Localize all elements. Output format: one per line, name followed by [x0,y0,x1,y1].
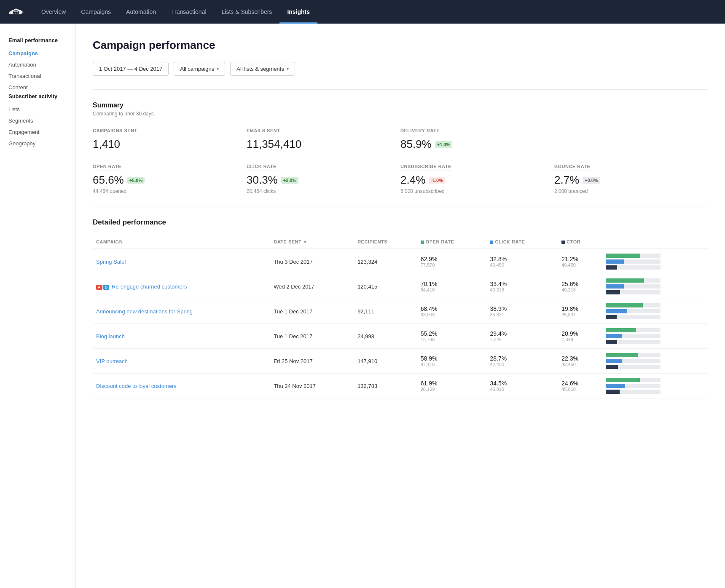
campaign-link[interactable]: Spring Sale! [96,259,126,265]
click-rate-bar [606,259,661,264]
click-rate-sub: 7,349 [490,337,555,342]
campaign-link[interactable]: Announcing new destinations for Spring [96,308,193,315]
campaign-link[interactable]: Re-engage churned customers [112,283,187,290]
nav-menu: Overview Campaigns Automation Transactio… [34,0,317,24]
sidebar-item-transactional[interactable]: Transactional [8,70,67,82]
open-rate-bar-fill [606,254,640,258]
date-sent-cell: Tue 1 Dec 2017 [270,299,354,324]
nav-item-campaigns[interactable]: Campaigns [73,0,118,24]
open-rate-cell: 62.9%77,570 [417,249,487,274]
sidebar-section-title-email: Email performance [8,37,67,43]
open-rate-main: 70.1% [421,281,483,287]
click-rate-bar-fill [606,284,624,289]
click-rate-bar [606,284,661,289]
recipients-cell: 147,910 [354,349,417,374]
open-rate-dot [421,241,424,244]
stat-emails-sent: EMAILS SENT 11,354,410 [247,127,400,151]
click-rate-bar-fill [606,384,625,388]
ctor-sub: 40,450 [561,262,599,267]
bar-chart-cell [606,378,705,394]
bars-cell [602,274,708,299]
stat-value-delivery-rate: 85.9% +1.0% [400,138,554,151]
open-rate-bar-fill [606,303,643,307]
list-segment-filter[interactable]: All lists & segments ▾ [230,62,295,76]
ctor-sub: 45,810 [561,387,599,392]
open-rate-main: 55.2% [421,330,483,337]
bars-cell [602,349,708,374]
date-range-filter[interactable]: 1 Oct 2017 — 4 Dec 2017 [93,62,169,76]
ab-badge: AB [96,285,109,290]
sidebar: Email performance Campaigns Automation T… [0,24,76,588]
sidebar-section-title-subscriber: Subscriber activity [8,93,67,99]
stats-row-1: CAMPAIGNS SENT 1,410 EMAILS SENT 11,354,… [93,127,708,151]
col-header-bars [602,235,708,249]
sidebar-section-email-performance: Email performance Campaigns Automation T… [8,37,67,93]
ctor-sub: 42,450 [561,362,599,367]
open-rate-sub: 13,798 [421,337,483,342]
nav-item-transactional[interactable]: Transactional [164,0,214,24]
stat-label-campaigns-sent: CAMPAIGNS SENT [93,128,137,135]
sidebar-item-campaigns[interactable]: Campaigns [8,48,67,59]
stat-value-open-rate: 65.6% +5.0% [93,174,247,187]
open-rate-bar [606,378,661,382]
stat-label-open-rate: OPEN RATE [93,164,121,171]
campaign-link[interactable]: VIP outreach [96,358,128,364]
nav-item-lists-subscribers[interactable]: Lists & Subscribers [214,0,280,24]
sidebar-item-segments[interactable]: Segments [8,115,67,126]
ctor-sub: 35,831 [561,312,599,317]
open-rate-cell: 55.2%13,798 [417,324,487,349]
nav-item-insights[interactable]: Insights [279,0,317,24]
ctor-bar-fill [606,265,617,270]
campaign-link[interactable]: Blog launch [96,333,125,339]
open-rate-cell: 58.9%87,118 [417,349,487,374]
campaign-type-filter[interactable]: All campaigns ▾ [174,62,225,76]
open-rate-cell: 70.1%84,410 [417,274,487,299]
stat-label-unsubscribe-rate: UNSUBSCRIBE RATE [400,164,451,171]
stat-sub-unsubscribe-rate: 5,000 unsubscribed [400,188,554,194]
click-rate-sub: 40,450 [490,262,555,267]
table-header-row: CAMPAIGN DATE SENT ▾ RECIPIENTS OPEN RAT… [93,235,708,249]
status-badge-unsubscribe-rate: -1.0% [429,177,445,184]
sidebar-item-automation[interactable]: Automation [8,59,67,70]
stat-sub-open-rate: 44,464 opened [93,188,247,194]
ab-b-badge: B [103,285,110,290]
nav-item-overview[interactable]: Overview [34,0,73,24]
campaign-link[interactable]: Discount code to loyal customers [96,383,177,389]
open-rate-sub: 90,159 [421,387,483,392]
click-rate-main: 34.5% [490,380,555,387]
sidebar-item-engagement[interactable]: Engagement [8,126,67,138]
stat-sub-bounce-rate: 2,000 bounced [554,188,708,194]
table-row: Spring Sale!Thu 3 Dec 2017123,32462.9%77… [93,249,708,274]
date-sent-cell: Thu 24 Nov 2017 [270,374,354,398]
nav-item-automation[interactable]: Automation [118,0,164,24]
ctor-sub: 40,218 [561,287,599,292]
page-layout: Email performance Campaigns Automation T… [0,24,725,588]
click-rate-dot [490,241,493,244]
ctor-bar [606,365,661,369]
col-header-open-rate: OPEN RATE [417,235,487,249]
ab-a-badge: A [96,285,102,290]
ctor-bar-fill [606,315,617,319]
campaign-name-cell: Spring Sale! [93,249,270,274]
sidebar-item-lists[interactable]: Lists [8,104,67,115]
click-rate-bar-fill [606,359,622,363]
click-rate-bar-fill [606,259,624,264]
click-rate-sub: 35,831 [490,312,555,317]
open-rate-bar-fill [606,353,638,357]
ctor-bar-fill [606,390,620,394]
sidebar-item-content[interactable]: Content [8,82,67,93]
open-rate-bar [606,254,661,258]
app-logo[interactable] [8,7,22,16]
sidebar-item-geography[interactable]: Geography [8,138,67,149]
table-row: Blog launchTue 1 Dec 201724,99855.2%13,7… [93,324,708,349]
date-sent-cell: Thu 3 Dec 2017 [270,249,354,274]
click-rate-main: 33.4% [490,281,555,287]
col-header-date-sent[interactable]: DATE SENT ▾ [270,235,354,249]
status-badge-bounce-rate: +0.0% [583,177,600,184]
click-rate-cell: 33.4%40,218 [486,274,558,299]
filters-bar: 1 Oct 2017 — 4 Dec 2017 All campaigns ▾ … [93,62,708,76]
bar-chart-cell [606,328,705,344]
click-rate-bar [606,384,661,388]
ctor-main: 25.6% [561,281,599,287]
bar-chart-cell [606,303,705,319]
